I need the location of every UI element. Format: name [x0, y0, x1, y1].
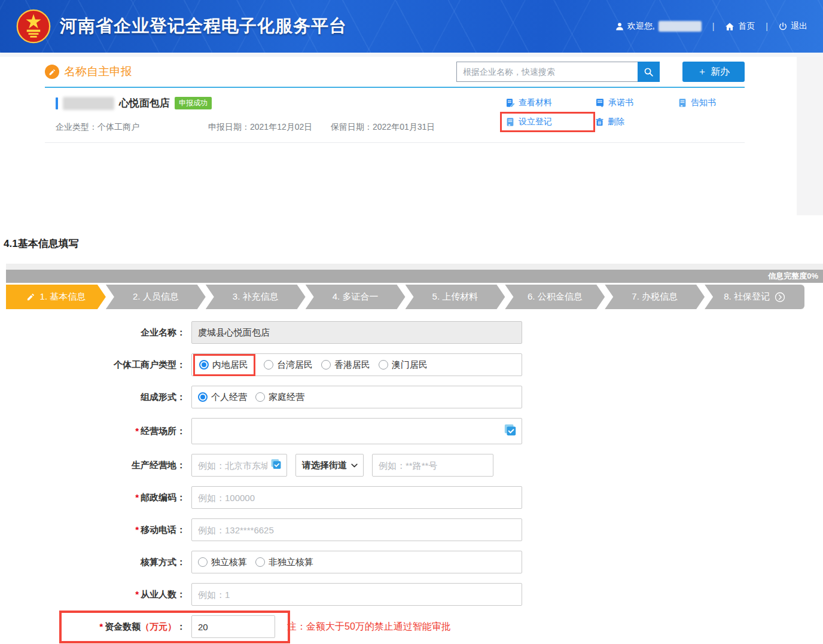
document-icon [505, 117, 515, 127]
radio-unselected-icon [321, 360, 331, 370]
radio-macau-resident[interactable]: 澳门居民 [379, 359, 428, 371]
record-retain-date: 保留日期：2022年01月31日 [331, 122, 435, 133]
header-divider: | [762, 22, 772, 31]
page-title: 河南省企业登记全程电子化服务平台 [60, 14, 347, 38]
step-social-security[interactable]: 8. 社保登记 [705, 285, 804, 309]
postcode-input[interactable] [191, 486, 522, 509]
field-premises: *经营场所： [0, 418, 823, 444]
owner-type-group: 内地居民 台湾居民 香港居民 澳门居民 [191, 353, 522, 376]
radio-label: 内地居民 [212, 359, 248, 371]
step-supplementary-info[interactable]: 3. 补充信息 [206, 285, 306, 309]
step-label: 5. 上传材料 [432, 291, 478, 303]
accounting-label: 核算方式： [0, 557, 191, 568]
mobile-input[interactable] [191, 518, 522, 541]
logout-label: 退出 [791, 21, 807, 32]
step-label: 6. 公积金信息 [528, 291, 583, 303]
chevron-right-circle-icon [775, 292, 785, 303]
capital-label: *资金数额（万元）： [0, 621, 191, 633]
step-upload-materials[interactable]: 5. 上传材料 [406, 285, 505, 309]
status-badge: 申报成功 [175, 97, 212, 109]
step-label: 8. 社保登记 [724, 291, 770, 303]
premises-input[interactable] [191, 418, 522, 444]
view-materials-label: 查看材料 [519, 97, 552, 108]
doc-section-heading: 4.1基本信息填写 [4, 237, 823, 251]
step-label: 2. 人员信息 [133, 291, 179, 303]
radio-hongkong-resident[interactable]: 香港居民 [321, 359, 370, 371]
required-mark: * [135, 589, 139, 599]
search-input[interactable] [456, 62, 638, 82]
radio-label: 家庭经营 [269, 392, 304, 403]
street-select-value: 请选择街道 [302, 460, 347, 471]
composition-label: 组成形式： [0, 392, 191, 403]
header-divider: | [709, 22, 718, 31]
radio-label: 香港居民 [334, 359, 370, 371]
establish-register-link[interactable]: 设立登记 [505, 117, 586, 127]
annotation-box-mainland-resident: 内地居民 [193, 354, 255, 376]
radio-label: 非独立核算 [269, 557, 313, 568]
application-record-row: 心悦面包店 申报成功 企业类型：个体工商户 申报日期：2021年12月02日 保… [45, 88, 745, 133]
radio-non-independent-accounting[interactable]: 非独立核算 [255, 557, 313, 568]
home-link[interactable]: 首页 [725, 21, 755, 32]
field-production-place: 生产经营地： 请选择街道 [0, 454, 823, 477]
radio-family-operation[interactable]: 家庭经营 [255, 392, 304, 403]
step-multi-cert[interactable]: 4. 多证合一 [306, 285, 406, 309]
delete-link[interactable]: 删除 [595, 117, 678, 127]
radio-label: 澳门居民 [392, 359, 428, 371]
step-label: 4. 多证合一 [333, 291, 379, 303]
field-capital: *资金数额（万元）： 注：金额大于50万的禁止通过智能审批 [0, 615, 823, 638]
logout-link[interactable]: 退出 [779, 21, 807, 32]
composition-group: 个人经营 家庭经营 [191, 386, 522, 408]
street-address-input[interactable] [372, 454, 493, 477]
required-mark: * [99, 621, 103, 631]
name-declaration-panel: 名称自主申报 ＋ 新办 心悦面 [0, 57, 823, 215]
mobile-label: *移动电话： [0, 524, 191, 536]
production-place-label: 生产经营地： [0, 460, 191, 471]
street-select[interactable]: 请选择街道 [295, 454, 364, 477]
radio-unselected-icon [198, 557, 208, 567]
radio-unselected-icon [379, 360, 388, 370]
home-icon [725, 22, 734, 31]
radio-individual-operation[interactable]: 个人经营 [198, 392, 247, 403]
notice-letter-link[interactable]: 告知书 [678, 97, 745, 108]
redacted-username [659, 21, 702, 32]
field-employees: *从业人数： [0, 583, 823, 606]
company-name-input [191, 321, 522, 344]
capital-unit: （万元） [141, 621, 176, 631]
document-icon [678, 98, 687, 108]
step-personnel-info[interactable]: 2. 人员信息 [106, 285, 206, 309]
user-menu[interactable]: 欢迎您, [615, 21, 702, 32]
step-basic-info[interactable]: 1. 基本信息 [6, 285, 106, 309]
radio-taiwan-resident[interactable]: 台湾居民 [264, 359, 313, 371]
document-icon [595, 98, 605, 108]
district-picker-icon[interactable] [270, 459, 282, 472]
view-materials-link[interactable]: 查看材料 [505, 97, 595, 108]
redacted-name-prefix [63, 97, 114, 110]
basic-info-form: 企业名称： 个体工商户类型： 内地居民 台湾居民 香港居民 [0, 309, 823, 644]
plus-icon: ＋ [697, 66, 707, 78]
employees-input[interactable] [191, 583, 522, 606]
step-housing-fund[interactable]: 6. 公积金信息 [505, 285, 605, 309]
radio-independent-accounting[interactable]: 独立核算 [198, 557, 247, 568]
record-accent-bar [56, 97, 58, 109]
required-mark: * [135, 426, 139, 436]
welcome-text: 欢迎您, [627, 21, 655, 32]
commitment-letter-link[interactable]: 承诺书 [595, 97, 678, 108]
radio-mainland-resident[interactable]: 内地居民 [199, 359, 248, 371]
record-company-name: 心悦面包店 [119, 96, 170, 110]
field-owner-type: 个体工商户类型： 内地居民 台湾居民 香港居民 [0, 353, 823, 376]
completeness-indicator: 信息完整度0% [6, 270, 823, 283]
search-button[interactable] [638, 62, 660, 82]
new-application-button[interactable]: ＋ 新办 [682, 62, 745, 82]
owner-type-label: 个体工商户类型： [0, 359, 191, 371]
field-accounting: 核算方式： 独立核算 非独立核算 [0, 551, 823, 573]
capital-input[interactable] [191, 615, 275, 638]
address-picker-icon[interactable] [504, 423, 517, 439]
document-edit-icon [505, 98, 515, 108]
pencil-icon [26, 292, 35, 301]
record-divider [45, 142, 745, 143]
company-name-label: 企业名称： [0, 327, 191, 338]
app-header: 河南省企业登记全程电子化服务平台 欢迎您, | 首页 | 退出 [0, 0, 823, 53]
annotation-box-establish-register: 设立登记 [500, 112, 595, 132]
user-icon [615, 22, 624, 30]
step-tax-info[interactable]: 7. 办税信息 [605, 285, 705, 309]
